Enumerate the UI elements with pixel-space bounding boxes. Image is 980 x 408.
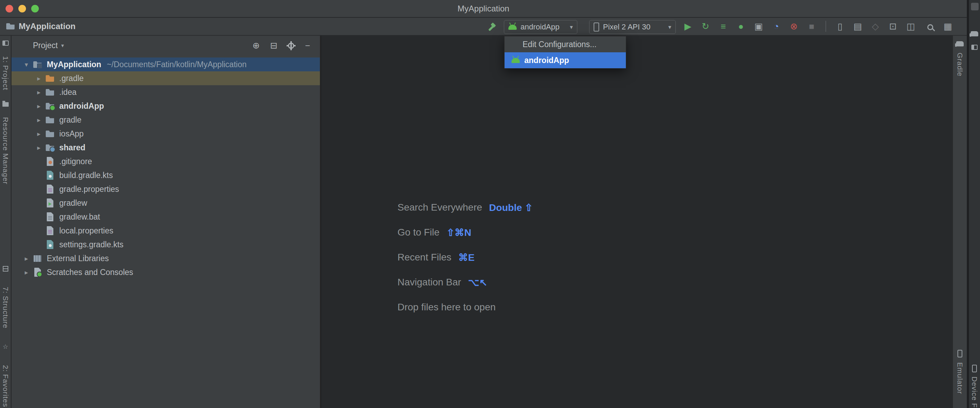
- tree-item-label: .gitignore: [59, 157, 92, 166]
- zoom-button[interactable]: [31, 5, 39, 13]
- tree-item-label: gradlew: [59, 198, 88, 208]
- hint-shortcut: ⌘E: [458, 252, 475, 263]
- tree-item-shared[interactable]: ▸ shared: [11, 141, 320, 154]
- stop-icon[interactable]: ■: [806, 22, 818, 31]
- locate-file-icon[interactable]: ⊕: [252, 41, 259, 51]
- main-toolbar: MyApplication androidApp ▾ Pixel 2 API 3…: [0, 17, 967, 36]
- close-button[interactable]: [6, 5, 13, 13]
- run-icon[interactable]: ▶: [682, 22, 694, 31]
- structure-icon: [3, 266, 8, 271]
- toolbar-actions: ▶ ↻ ≡ ● ▣ ◔ ⊗ ■ ▯ ▤ ◇ ⊡ ◫ ▦: [682, 17, 954, 35]
- tool-button-emulator[interactable]: Emulator: [956, 362, 964, 394]
- tool-button-structure[interactable]: 7: Structure: [2, 287, 10, 329]
- device-select[interactable]: Pixel 2 API 30 ▾: [589, 20, 676, 34]
- tree-item-myapplication-root[interactable]: ▾ MyApplication ~/Documents/Fatin/kotlin…: [11, 57, 320, 71]
- popup-item-edit-configurations[interactable]: Edit Configurations...: [504, 37, 626, 52]
- gradle-elephant-icon[interactable]: [956, 41, 964, 46]
- screenshot-icon[interactable]: ▦: [942, 22, 954, 31]
- tree-item-label: androidApp: [59, 102, 104, 111]
- sync-icon[interactable]: ◇: [869, 22, 881, 31]
- shortcut-hints: Search Everywhere Double ⇧ Go to File ⇧⌘…: [398, 202, 533, 313]
- layout-inspector-icon[interactable]: ◫: [905, 22, 916, 31]
- popup-item-label: Edit Configurations...: [523, 40, 597, 49]
- tree-item-label: iosApp: [59, 129, 84, 138]
- collapsed-arrow-icon[interactable]: ▸: [33, 102, 45, 110]
- debug-icon[interactable]: ●: [735, 22, 747, 31]
- tool-button-project[interactable]: 1: Project: [2, 56, 10, 90]
- scratches-icon: [32, 267, 43, 278]
- expanded-arrow-icon[interactable]: ▾: [21, 60, 32, 68]
- hide-panel-icon[interactable]: −: [305, 41, 310, 51]
- hint-label: Go to File: [398, 227, 439, 238]
- apply-code-changes-icon[interactable]: ≡: [718, 22, 729, 31]
- android-icon: [508, 25, 517, 30]
- collapsed-arrow-icon[interactable]: ▸: [21, 268, 32, 276]
- run-with-coverage-icon[interactable]: ▣: [752, 22, 764, 31]
- tree-item-idea-folder[interactable]: ▸ .idea: [11, 85, 320, 99]
- collapsed-arrow-icon[interactable]: ▸: [33, 75, 45, 83]
- tree-item-label: build.gradle.kts: [59, 171, 113, 180]
- attach-debugger-icon[interactable]: ⊗: [788, 22, 800, 31]
- device-manager-icon[interactable]: ▯: [834, 22, 846, 31]
- gear-icon[interactable]: [288, 42, 294, 49]
- favorites-star-icon: ☆: [2, 344, 8, 350]
- tree-item-scratches-and-consoles[interactable]: ▸ Scratches and Consoles: [11, 265, 320, 279]
- background-window-edge: Device Fi: [968, 0, 980, 408]
- run-configuration-select[interactable]: androidApp ▾: [504, 20, 578, 34]
- executable-file-icon: [45, 198, 55, 208]
- toolbar-project[interactable]: MyApplication: [6, 17, 76, 35]
- project-tool-window-icon[interactable]: [2, 41, 9, 46]
- logcat-icon[interactable]: ▤: [852, 22, 864, 31]
- excluded-folder-icon: [45, 73, 55, 84]
- minimize-button[interactable]: [18, 5, 26, 13]
- tree-item-androidapp[interactable]: ▸ androidApp: [11, 99, 320, 113]
- hint-label: Recent Files: [398, 252, 452, 263]
- collapsed-arrow-icon[interactable]: ▸: [21, 254, 32, 262]
- tree-item-gradle-dot-folder[interactable]: ▸ .gradle: [11, 71, 320, 85]
- right-tool-stripe: Gradle Emulator: [953, 36, 967, 408]
- tree-item-external-libraries[interactable]: ▸ External Libraries: [11, 251, 320, 265]
- emulator-phone-icon: [958, 350, 963, 357]
- collapsed-arrow-icon[interactable]: ▸: [33, 144, 45, 152]
- hint-shortcut: ⇧⌘N: [446, 227, 471, 238]
- tree-item-gradle-properties[interactable]: gradle.properties: [11, 182, 320, 196]
- tree-item-settings-gradle-kts[interactable]: settings.gradle.kts: [11, 238, 320, 251]
- build-hammer-icon[interactable]: [487, 22, 497, 32]
- tree-item-label: .gradle: [59, 74, 84, 83]
- folder-icon[interactable]: [2, 102, 9, 107]
- tree-item-gradlew-bat[interactable]: gradlew.bat: [11, 210, 320, 224]
- drop-files-hint: Drop files here to open: [398, 302, 496, 313]
- folder-icon: [45, 129, 55, 139]
- tree-item-gradle-folder[interactable]: ▸ gradle: [11, 113, 320, 127]
- tool-button-resource-manager[interactable]: Resource Manager: [2, 117, 10, 184]
- tree-item-gitignore[interactable]: .gitignore: [11, 154, 320, 168]
- tool-button-device-file-explorer[interactable]: Device Fi: [970, 376, 978, 408]
- collapsed-arrow-icon[interactable]: ▸: [33, 116, 45, 124]
- collapsed-arrow-icon[interactable]: ▸: [33, 130, 45, 138]
- tree-item-iosapp[interactable]: ▸ iosApp: [11, 127, 320, 141]
- chevron-down-icon[interactable]: ▾: [61, 42, 64, 49]
- popup-item-androidapp[interactable]: androidApp: [504, 52, 626, 68]
- run-configuration-label: androidApp: [520, 22, 560, 32]
- collapsed-arrow-icon[interactable]: ▸: [33, 88, 45, 96]
- toolbar-project-label: MyApplication: [19, 21, 76, 31]
- project-panel-title[interactable]: Project: [33, 41, 58, 50]
- filter-icon[interactable]: ⊟: [270, 41, 277, 51]
- gradle-file-icon: [45, 239, 55, 250]
- project-root-folder-icon: [32, 59, 43, 70]
- apply-changes-icon[interactable]: ↻: [700, 22, 711, 31]
- search-icon[interactable]: [928, 24, 933, 30]
- tool-button-gradle[interactable]: Gradle: [956, 52, 964, 76]
- gradle-file-icon: [45, 170, 55, 181]
- tree-item-label: gradle: [59, 115, 81, 125]
- tool-button-favorites[interactable]: 2: Favorites: [2, 365, 10, 407]
- module-folder-icon: [45, 142, 55, 153]
- profiler-icon[interactable]: ◔: [770, 22, 782, 31]
- hint-shortcut: ⌥↖: [468, 277, 488, 288]
- popup-item-label: androidApp: [524, 56, 569, 65]
- tree-item-local-properties[interactable]: local.properties: [11, 224, 320, 238]
- device-stream-icon[interactable]: ⊡: [887, 22, 899, 31]
- tree-item-build-gradle-kts[interactable]: build.gradle.kts: [11, 168, 320, 182]
- tree-item-label: .idea: [59, 87, 76, 97]
- tree-item-gradlew[interactable]: gradlew: [11, 196, 320, 210]
